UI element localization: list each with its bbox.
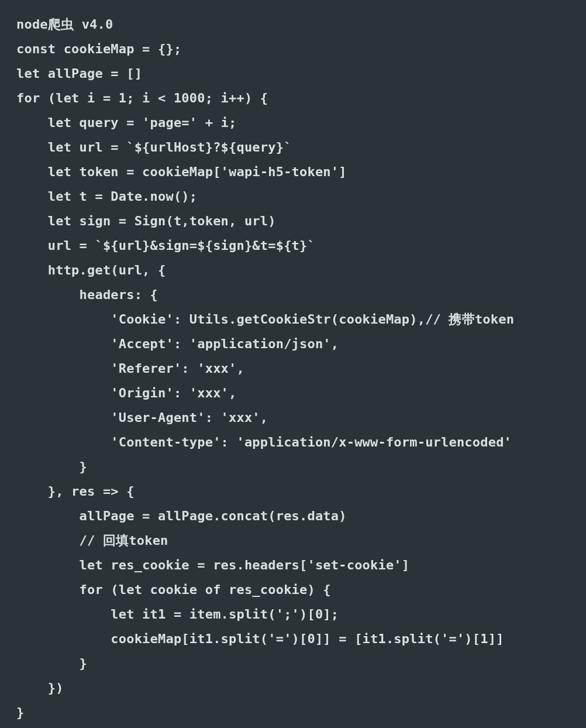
code-content: node爬虫 v4.0 const cookieMap = {}; let al… [16, 17, 514, 720]
code-block: node爬虫 v4.0 const cookieMap = {}; let al… [0, 0, 586, 728]
